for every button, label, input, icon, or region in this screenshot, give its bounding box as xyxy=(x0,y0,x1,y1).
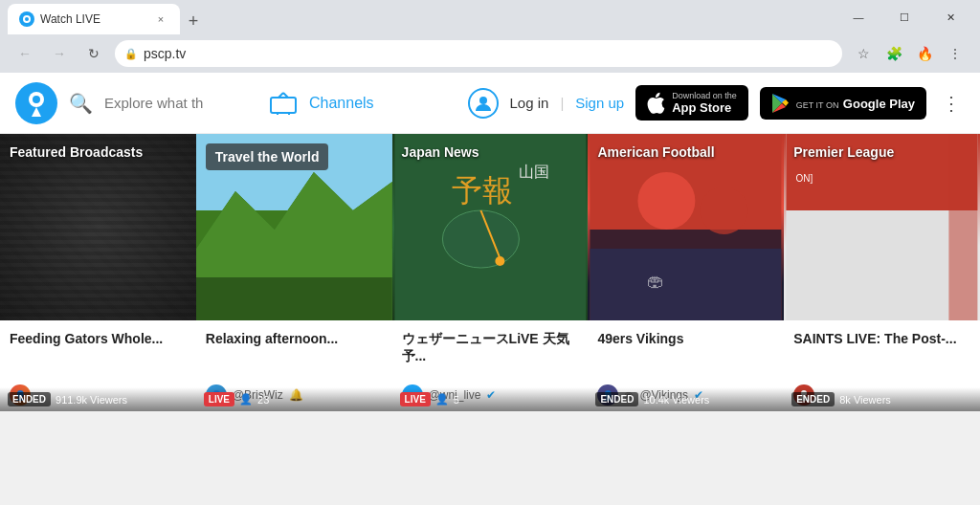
live-badge-2: LIVE xyxy=(204,392,234,406)
card-title-4: 49ers Vikings xyxy=(597,330,774,347)
svg-text:🏟: 🏟 xyxy=(648,272,665,291)
card-status-bar-4: ENDED 10.4k Viewers xyxy=(588,387,784,411)
more-options-button[interactable]: ⋮ xyxy=(942,40,969,67)
channels-label[interactable]: Channels xyxy=(309,95,374,112)
svg-point-23 xyxy=(495,256,504,266)
card-japan-news[interactable]: 予報 山国 Japan News LIVE 👤 5 ウェザーニュースLiVE 天… xyxy=(392,134,589,411)
back-button[interactable]: ← xyxy=(11,40,38,67)
live-badge-3: LIVE xyxy=(400,392,431,406)
svg-rect-28 xyxy=(590,249,782,320)
tv-icon xyxy=(269,92,298,115)
url-text: pscp.tv xyxy=(144,46,186,61)
card-premier-league[interactable]: ON] Premier League ENDED 8k Viewers SAIN… xyxy=(784,134,980,411)
card-title-2: Relaxing afternoon... xyxy=(206,330,383,347)
navbar: 🔍 Channels Log in | Sign up Download on … xyxy=(0,73,980,134)
card-american-football[interactable]: 🏟 American Football ENDED 10.4k Viewers … xyxy=(588,134,784,411)
user-icon xyxy=(468,88,499,119)
ended-badge-4: ENDED xyxy=(595,392,638,406)
window-controls: — ☐ ✕ xyxy=(836,3,972,32)
svg-text:ON]: ON] xyxy=(796,173,813,184)
search-input[interactable] xyxy=(104,95,257,111)
reload-button[interactable]: ↻ xyxy=(80,40,107,67)
forward-button[interactable]: → xyxy=(46,40,73,67)
svg-point-26 xyxy=(638,172,696,230)
title-bar: Watch LIVE × + — ☐ ✕ xyxy=(0,0,980,34)
viewer-icon-2: 👤 xyxy=(239,393,253,406)
svg-rect-32 xyxy=(949,134,978,320)
svg-point-21 xyxy=(442,210,519,268)
viewer-icon-3: 👤 xyxy=(435,393,449,406)
app-store-label: Download on the App Store xyxy=(672,91,737,115)
tab-favicon xyxy=(19,11,34,27)
card-category-label-4: American Football xyxy=(597,143,714,161)
card-category-box-2: Travel the World xyxy=(206,143,329,170)
card-status-bar-1: ENDED 911.9k Viewers xyxy=(0,387,196,411)
signup-link[interactable]: Sign up xyxy=(575,95,624,111)
ended-badge-1: ENDED xyxy=(8,392,51,406)
bookmark-button[interactable]: ☆ xyxy=(850,40,877,67)
card-title-3: ウェザーニュースLiVE 天気予... xyxy=(402,330,579,364)
periscope-logo[interactable] xyxy=(15,82,57,124)
extensions-button[interactable]: 🧩 xyxy=(880,40,907,67)
page-content: 🔍 Channels Log in | Sign up Download on … xyxy=(0,73,980,411)
search-icon[interactable]: 🔍 xyxy=(69,92,93,115)
lock-icon: 🔒 xyxy=(124,48,138,60)
viewer-count-3: 5 xyxy=(454,394,459,406)
svg-rect-16 xyxy=(196,277,392,320)
minimize-button[interactable]: — xyxy=(836,3,880,32)
nav-separator: | xyxy=(560,95,564,111)
browser-actions: ☆ 🧩 🔥 ⋮ xyxy=(850,40,969,67)
svg-point-4 xyxy=(33,96,40,103)
viewer-count-1: 911.9k Viewers xyxy=(56,394,127,406)
card-title-1: Feeding Gators Whole... xyxy=(10,330,187,347)
viewer-count-5: 8k Viewers xyxy=(839,394,891,406)
card-bg-image-japan: 予報 山国 xyxy=(392,134,589,320)
card-bg-image-premier: ON] xyxy=(784,134,980,320)
more-menu-button[interactable]: ⋮ xyxy=(938,90,965,117)
close-button[interactable]: ✕ xyxy=(928,3,972,32)
svg-rect-5 xyxy=(271,98,296,113)
card-title-5: SAINTS LIVE: The Post-... xyxy=(793,330,970,347)
ended-badge-5: ENDED xyxy=(791,392,835,406)
card-status-bar-5: ENDED 8k Viewers xyxy=(784,387,980,411)
cards-area: Featured Broadcasts ENDED 911.9k Viewers… xyxy=(0,134,980,411)
card-category-label-5: Premier League xyxy=(793,143,894,161)
address-bar: ← → ↻ 🔒 pscp.tv ☆ 🧩 🔥 ⋮ xyxy=(0,34,980,73)
card-category-label-3: Japan News xyxy=(402,143,479,161)
viewer-count-2: 23 xyxy=(257,394,269,406)
tab-bar: Watch LIVE × + xyxy=(8,0,833,34)
card-status-bar-2: LIVE 👤 23 xyxy=(196,387,392,411)
new-tab-button[interactable]: + xyxy=(180,8,207,34)
svg-point-27 xyxy=(701,187,748,234)
svg-point-11 xyxy=(479,97,487,104)
viewer-count-4: 10.4k Viewers xyxy=(643,394,709,406)
card-status-bar-3: LIVE 👤 5 xyxy=(392,387,589,411)
google-play-label: GET IT ON Google Play xyxy=(796,95,915,112)
tab-title: Watch LIVE xyxy=(40,12,147,26)
svg-text:山国: 山国 xyxy=(519,164,549,180)
login-link[interactable]: Log in xyxy=(510,95,549,111)
card-bg-image-gator xyxy=(0,134,196,320)
app-store-button[interactable]: Download on the App Store xyxy=(635,85,748,121)
svg-marker-3 xyxy=(32,107,41,117)
svg-point-1 xyxy=(25,17,29,21)
profile-button[interactable]: 🔥 xyxy=(911,40,938,67)
card-category-label: Featured Broadcasts xyxy=(10,143,143,161)
google-play-button[interactable]: GET IT ON Google Play xyxy=(760,87,926,120)
card-travel-world[interactable]: Travel the World LIVE 👤 23 Relaxing afte… xyxy=(196,134,392,411)
card-bg-image-football: 🏟 xyxy=(588,134,784,320)
svg-text:予報: 予報 xyxy=(452,173,513,208)
active-tab[interactable]: Watch LIVE × xyxy=(8,4,180,34)
maximize-button[interactable]: ☐ xyxy=(882,3,926,32)
url-bar[interactable]: 🔒 pscp.tv xyxy=(115,40,842,67)
tab-close-button[interactable]: × xyxy=(153,11,168,27)
card-featured-broadcasts[interactable]: Featured Broadcasts ENDED 911.9k Viewers… xyxy=(0,134,196,411)
